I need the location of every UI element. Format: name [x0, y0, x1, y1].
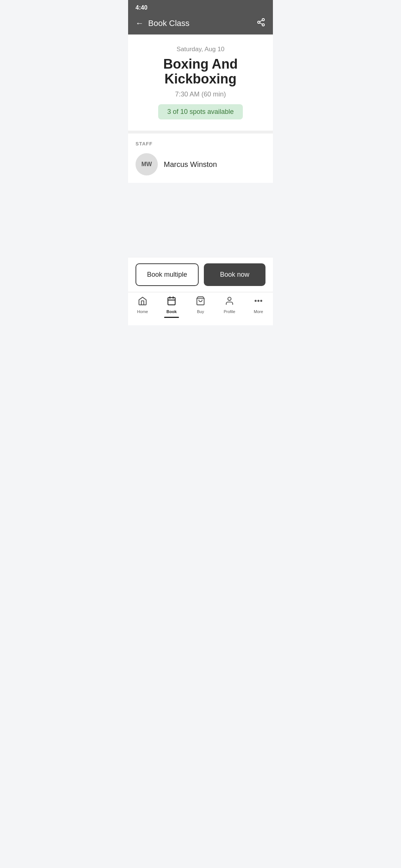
nav-item-book[interactable]: Book [157, 296, 186, 318]
staff-initials: MW [141, 161, 152, 168]
svg-point-11 [255, 300, 256, 302]
share-icon[interactable] [257, 18, 265, 29]
nav-item-home[interactable]: Home [128, 296, 157, 318]
action-buttons: Book multiple Book now [128, 257, 273, 292]
svg-line-4 [260, 20, 263, 22]
staff-name: Marcus Winston [164, 160, 217, 169]
time-label: 7:30 AM (60 min) [136, 91, 265, 98]
nav-item-buy[interactable]: Buy [186, 296, 215, 318]
bottom-nav: Home Book [128, 292, 273, 325]
status-bar: 4:40 [128, 0, 273, 14]
header: ← Book Class [128, 14, 273, 34]
buy-icon [196, 296, 205, 308]
nav-item-more[interactable]: More [244, 296, 273, 318]
date-label: Saturday, Aug 10 [136, 46, 265, 53]
more-icon [254, 296, 263, 308]
book-multiple-button[interactable]: Book multiple [136, 263, 199, 286]
header-title: Book Class [148, 19, 189, 28]
svg-line-3 [260, 23, 263, 24]
nav-label-buy: Buy [197, 309, 204, 314]
content-area: Saturday, Aug 10 Boxing And Kickboxing 7… [128, 34, 273, 325]
svg-point-12 [258, 300, 259, 302]
back-button[interactable]: ← [136, 19, 144, 28]
staff-item: MW Marcus Winston [136, 153, 265, 175]
fill-space [128, 183, 273, 257]
page-wrapper: 4:40 ← Book Class Saturday, Aug 10 Boxin… [128, 0, 273, 325]
nav-label-profile: Profile [224, 309, 235, 314]
home-icon [138, 296, 147, 308]
staff-avatar: MW [136, 153, 158, 175]
nav-label-home: Home [137, 309, 148, 314]
svg-rect-5 [168, 298, 175, 305]
nav-label-more: More [254, 309, 263, 314]
class-title: Boxing And Kickboxing [136, 57, 265, 86]
header-left: ← Book Class [136, 19, 189, 28]
spots-badge: 3 of 10 spots available [158, 104, 242, 119]
book-active-indicator [164, 317, 179, 318]
section-divider [128, 131, 273, 134]
svg-point-10 [228, 297, 231, 300]
status-time: 4:40 [136, 4, 147, 11]
book-icon [167, 296, 176, 308]
hero-section: Saturday, Aug 10 Boxing And Kickboxing 7… [128, 34, 273, 131]
book-now-button[interactable]: Book now [204, 263, 265, 286]
staff-section: STAFF MW Marcus Winston [128, 134, 273, 183]
nav-item-profile[interactable]: Profile [215, 296, 244, 318]
nav-label-book: Book [166, 309, 177, 314]
staff-section-label: STAFF [136, 141, 265, 147]
profile-icon [225, 296, 234, 308]
svg-point-13 [261, 300, 262, 302]
